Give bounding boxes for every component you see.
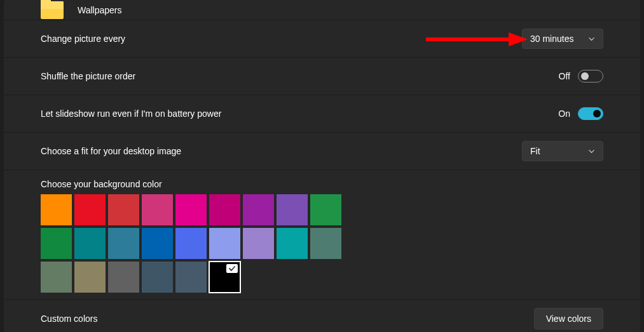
view-colors-button[interactable]: View colors [534,308,603,329]
battery-state-text: On [558,109,570,119]
background-colors-section: Choose your background color [4,170,640,300]
color-swatch[interactable] [243,228,274,259]
folder-row[interactable]: Wallpapers [4,0,640,20]
change-picture-label: Change picture every [41,34,522,44]
color-swatch[interactable] [175,262,207,293]
color-swatch[interactable] [209,228,240,259]
shuffle-toggle[interactable] [578,70,603,83]
color-swatch[interactable] [41,262,72,293]
color-swatch[interactable] [41,194,72,225]
toggle-knob [593,110,601,117]
color-swatch[interactable] [108,228,139,259]
shuffle-label: Shuffle the picture order [41,71,559,81]
color-swatch[interactable] [243,194,274,225]
color-swatch[interactable] [310,194,341,225]
color-swatch[interactable] [209,194,240,225]
color-swatch[interactable] [41,228,72,259]
color-row [41,194,603,225]
background-colors-title: Choose your background color [41,179,603,189]
color-row [41,262,603,293]
color-swatch[interactable] [277,194,308,225]
battery-label: Let slideshow run even if I'm on battery… [41,109,558,119]
shuffle-state-text: Off [559,71,570,81]
folder-icon [41,1,64,19]
color-swatch[interactable] [108,194,139,225]
chevron-down-icon [588,148,595,155]
view-colors-label: View colors [546,314,591,324]
color-swatch[interactable] [310,228,341,259]
color-swatch[interactable] [175,228,207,259]
color-swatch[interactable] [142,228,173,259]
color-swatch[interactable] [74,194,106,225]
color-grid [41,194,603,293]
color-swatch[interactable] [142,194,173,225]
color-swatch[interactable] [277,228,308,259]
custom-colors-label: Custom colors [41,314,534,324]
row-shuffle: Shuffle the picture order Off [4,58,640,95]
fit-value: Fit [530,146,540,156]
color-swatch[interactable] [142,262,173,293]
change-picture-dropdown[interactable]: 30 minutes [522,29,603,49]
toggle-knob [581,72,589,80]
row-fit: Choose a fit for your desktop image Fit [4,133,640,170]
color-swatch[interactable] [108,262,139,293]
check-icon [228,264,236,276]
battery-toggle[interactable] [578,107,603,120]
color-swatch[interactable] [209,262,240,293]
folder-name: Wallpapers [78,5,122,15]
color-swatch[interactable] [74,262,106,293]
row-custom-colors: Custom colors View colors [4,300,640,332]
fit-label: Choose a fit for your desktop image [41,146,522,156]
fit-dropdown[interactable]: Fit [522,141,603,161]
chevron-down-icon [588,36,595,43]
color-swatch[interactable] [74,228,106,259]
row-change-picture: Change picture every 30 minutes [4,20,640,58]
color-swatch[interactable] [175,194,207,225]
row-battery: Let slideshow run even if I'm on battery… [4,95,640,133]
color-row [41,228,603,259]
change-picture-value: 30 minutes [530,34,573,44]
